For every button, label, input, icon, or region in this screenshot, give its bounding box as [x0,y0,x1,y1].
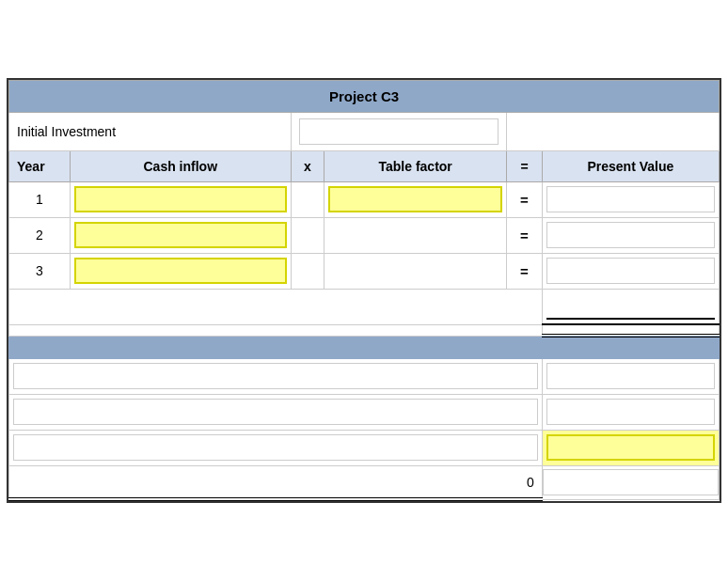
pv-input-1[interactable] [546,186,715,212]
x-header: x [291,150,324,181]
bottom-label-2-cell[interactable] [9,394,543,430]
subtotal-pv-input[interactable] [546,293,715,320]
subtotal-left [9,289,543,324]
x-3 [291,253,324,289]
double-ul-pv [542,324,719,336]
pv-input-3-cell[interactable] [542,253,719,289]
x-2 [291,217,324,253]
year-1: 1 [9,181,71,217]
cash-input-1[interactable] [74,186,287,212]
zero-pv-input[interactable] [543,469,719,495]
cash-input-3[interactable] [74,258,287,284]
bottom-pv-3-cell[interactable] [542,430,719,465]
year-2: 2 [9,217,71,253]
equals-2: = [507,217,543,253]
data-row-3: 3 = [9,253,720,289]
tf-input-3-cell [324,253,507,289]
title-row: Project C3 [9,80,720,112]
tf-input-1[interactable] [328,186,502,212]
bottom-input-3[interactable] [13,434,538,461]
cash-input-1-cell[interactable] [70,181,291,217]
data-row-1: 1 = [9,181,720,217]
zero-row: 0 [9,465,720,499]
equals-3: = [507,253,543,289]
cash-inflow-header: Cash inflow [70,150,291,181]
subtotal-row [9,289,720,324]
bottom-row-3 [9,430,720,465]
divider-cell [9,336,720,358]
cash-input-2[interactable] [74,222,287,248]
project-title: Project C3 [9,80,720,112]
year-3: 3 [9,253,71,289]
bottom-row-1 [9,358,720,394]
initial-investment-input[interactable] [299,118,499,145]
year-header: Year [9,150,71,181]
present-value-header: Present Value [542,150,719,181]
tf-input-1-cell[interactable] [324,181,507,217]
cash-input-2-cell[interactable] [70,217,291,253]
pv-input-3[interactable] [546,258,715,284]
bottom-row-2 [9,394,720,430]
bottom-pv-2[interactable] [546,399,715,425]
zero-pv-cell[interactable] [542,465,719,499]
double-underline-row [9,324,720,336]
bottom-input-2[interactable] [13,399,538,425]
spreadsheet-container: Project C3 Initial Investment Year Cash … [7,78,721,504]
bottom-pv-1[interactable] [546,363,715,389]
pv-input-2[interactable] [546,222,715,248]
bottom-label-1-cell[interactable] [9,358,543,394]
pv-input-2-cell[interactable] [542,217,719,253]
tf-input-2-cell [324,217,507,253]
equals-header: = [507,150,543,181]
table-factor-header: Table factor [324,150,507,181]
initial-investment-row: Initial Investment [9,112,720,150]
initial-investment-label: Initial Investment [9,112,292,150]
bottom-pv-3[interactable] [546,434,715,461]
bottom-pv-2-cell[interactable] [542,394,719,430]
initial-investment-input-cell[interactable] [291,112,506,150]
x-1 [291,181,324,217]
equals-1: = [507,181,543,217]
data-row-2: 2 = [9,217,720,253]
initial-investment-pv-cell [507,112,720,150]
double-ul-left [9,324,543,336]
column-header-row: Year Cash inflow x Table factor = Presen… [9,150,720,181]
bottom-input-1[interactable] [13,363,538,389]
cash-input-3-cell[interactable] [70,253,291,289]
zero-label: 0 [9,465,543,499]
bottom-label-3-cell[interactable] [9,430,543,465]
pv-input-1-cell[interactable] [542,181,719,217]
bottom-pv-1-cell[interactable] [542,358,719,394]
subtotal-pv-cell[interactable] [542,289,719,324]
divider-row [9,336,720,358]
